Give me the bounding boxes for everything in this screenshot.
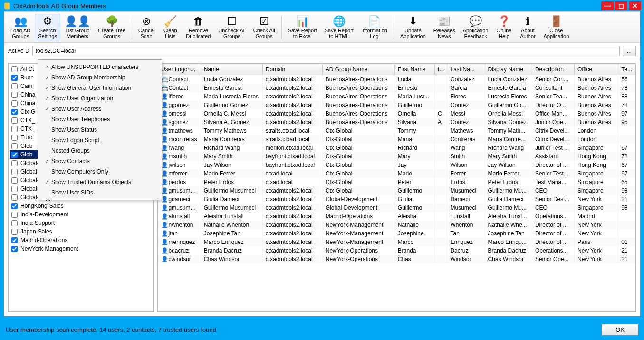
group-checkbox[interactable] <box>11 126 18 132</box>
menu-item[interactable]: Show User Telephones <box>38 114 162 125</box>
group-row[interactable]: Madrid-Operations <box>10 236 152 244</box>
group-row[interactable]: India-Support <box>10 219 152 227</box>
table-row[interactable]: 👤jwilsonJay Wilsonbayfront.ctxad.localCt… <box>158 161 635 169</box>
group-checkbox[interactable] <box>11 203 18 209</box>
table-row[interactable]: 👤mferrerMario Ferrerctxad.localCtx-Globa… <box>158 169 635 178</box>
group-checkbox[interactable] <box>11 117 18 124</box>
toolbar-load-ad-groups[interactable]: 👥Load AD Groups <box>7 14 34 40</box>
group-row[interactable]: HongKong-Sales <box>10 202 152 210</box>
table-row[interactable]: 👤mcontrerasMaria Contrerasstraits.ctxad.… <box>158 135 635 144</box>
toolbar-close-application[interactable]: 🚪Close Application <box>540 14 572 40</box>
menu-item[interactable]: Show User Status <box>38 125 162 135</box>
table-row[interactable]: 👤cwindsorChas Windsorctxadmtools2.localN… <box>158 255 635 263</box>
toolbar-list-group-members[interactable]: 👤👤List Group Members <box>61 14 94 40</box>
menu-item[interactable]: ✓Show General User Information <box>38 83 162 93</box>
group-checkbox[interactable] <box>11 169 18 175</box>
column-header[interactable]: Domain <box>262 64 322 75</box>
search-settings-menu[interactable]: ✓Allow UNSUPPORTED characters✓Show AD Gr… <box>38 59 162 200</box>
menu-item[interactable]: Show User SIDs <box>38 187 162 198</box>
toolbar-releases-news[interactable]: 📰Releases News <box>430 14 459 40</box>
group-checkbox[interactable] <box>11 109 18 115</box>
column-header[interactable]: AD Group Name <box>322 64 394 75</box>
column-header[interactable]: Name <box>201 64 262 75</box>
group-checkbox[interactable] <box>11 92 18 98</box>
group-checkbox[interactable] <box>11 135 18 141</box>
minimize-button[interactable]: — <box>601 1 614 10</box>
menu-item[interactable]: Show Logon Script <box>38 135 162 146</box>
group-row[interactable]: Japan-Sales <box>10 227 152 236</box>
column-header[interactable]: Display Name <box>485 64 532 75</box>
table-row[interactable]: 👤atunstallAleisha Tunstallctxadmtools2.l… <box>158 212 635 221</box>
table-row[interactable]: 👤nwhentonNathalie Whentonctxadmtools2.lo… <box>158 221 635 229</box>
toolbar-search-settings[interactable]: ⚙Search Settings <box>35 14 60 40</box>
table-row[interactable]: 👤gmusumeciGuillermo Musumecictxadmtools2… <box>158 204 635 212</box>
toolbar-save-report-to-html[interactable]: 🌐Save Report to HTML <box>321 14 357 40</box>
table-row[interactable]: 📇ContactLucia Gonzalezctxadmtools2.local… <box>158 75 635 84</box>
menu-item[interactable]: ✓Show AD Group Membership <box>38 72 162 83</box>
menu-item[interactable]: Nested Groups <box>38 146 162 156</box>
path-input[interactable] <box>32 46 620 56</box>
members-grid[interactable]: User Logon...NameDomainAD Group NameFirs… <box>157 63 636 312</box>
menu-item[interactable]: Show Computers Only <box>38 166 162 177</box>
toolbar-application-feedback[interactable]: 💬Application Feedback <box>460 14 492 40</box>
group-checkbox[interactable] <box>11 75 18 81</box>
column-header[interactable]: I... <box>435 64 447 75</box>
column-header[interactable]: User Logon... <box>158 64 201 75</box>
close-button[interactable]: ✕ <box>629 1 641 10</box>
group-checkbox[interactable] <box>11 143 18 149</box>
column-header[interactable]: Office <box>575 64 618 75</box>
group-checkbox[interactable] <box>11 177 18 184</box>
group-checkbox[interactable] <box>11 237 18 243</box>
column-header[interactable]: Te... <box>618 64 635 75</box>
table-row[interactable]: 👤menriquezMarco Enriquezctxadmtools2.loc… <box>158 238 635 246</box>
table-row[interactable]: 👤sgomezSilvana A. Gomezctxadmtools2.loca… <box>158 118 635 126</box>
column-header[interactable]: Description <box>532 64 574 75</box>
column-header[interactable]: First Name <box>394 64 434 75</box>
toolbar-information-log[interactable]: 📄Information Log <box>358 14 391 40</box>
toolbar-online-help[interactable]: ❓Online Help <box>492 14 515 40</box>
toolbar-clean-lists[interactable]: 🧹Clean Lists <box>159 14 182 40</box>
menu-item[interactable]: ✓Allow UNSUPPORTED characters <box>38 62 162 72</box>
group-checkbox[interactable] <box>11 66 18 72</box>
table-row[interactable]: 👤omessiOrnella C. Messictxadmtools2.loca… <box>158 109 635 118</box>
group-checkbox[interactable] <box>11 220 18 226</box>
menu-item[interactable]: ✓Show Trusted Domains Objects <box>38 177 162 187</box>
maximize-button[interactable]: ◻ <box>615 1 627 10</box>
group-row[interactable]: India-Development <box>10 210 152 219</box>
table-row[interactable]: 👤msmithMary Smithbayfront.ctxad.localCtx… <box>158 152 635 161</box>
group-row[interactable]: NewYork-Management <box>10 244 152 253</box>
toolbar-about-author[interactable]: ℹAbout Author <box>516 14 539 40</box>
browse-button[interactable]: ... <box>623 46 636 56</box>
menu-item[interactable]: ✓Show User Address <box>38 104 162 114</box>
menu-item[interactable]: ✓Show User Organization <box>38 93 162 104</box>
table-row[interactable]: 👤rwangRichard Wangmerlion.ctxad.localCtx… <box>158 144 635 152</box>
group-checkbox[interactable] <box>11 246 18 252</box>
table-row[interactable]: 👤perdosPeter Erdosctxad.localCtx-GlobalP… <box>158 178 635 186</box>
group-checkbox[interactable] <box>11 83 18 89</box>
toolbar-remove-duplicated[interactable]: 🗑Remove Duplicated <box>183 14 214 40</box>
group-checkbox[interactable] <box>11 229 18 235</box>
table-row[interactable]: 👤jtanJosephine Tanctxadmtools2.localNewY… <box>158 229 635 238</box>
toolbar-update-application[interactable]: ⬇Update Application <box>397 14 429 40</box>
toolbar-cancel-scan[interactable]: ⊗Cancel Scan <box>135 14 158 40</box>
toolbar-create-tree-groups[interactable]: 🌳Create Tree Groups <box>95 14 129 40</box>
table-row[interactable]: 📇ContactErnesto Garciactxadmtools2.local… <box>158 84 635 92</box>
table-row[interactable]: 👤tmathewsTommy Mathewsstraits.ctxad.loca… <box>158 126 635 135</box>
ok-button[interactable]: OK <box>602 324 638 336</box>
toolbar-uncheck-all-groups[interactable]: ☐Uncheck All Groups <box>215 14 249 40</box>
group-checkbox[interactable] <box>11 194 18 201</box>
toolbar-check-all-groups[interactable]: ☑Check All Groups <box>250 14 279 40</box>
menu-item[interactable]: ✓Show Contacts <box>38 156 162 166</box>
group-checkbox[interactable] <box>11 152 18 158</box>
group-checkbox[interactable] <box>11 186 18 192</box>
toolbar-save-report-to-excel[interactable]: 📊Save Report to Excel <box>285 14 320 40</box>
table-row[interactable]: 👤bdacruzBranda Dacruzctxadmtools2.localN… <box>158 246 635 255</box>
table-row[interactable]: 👤gdameciGiulia Damecictxadmtools2.localG… <box>158 195 635 204</box>
group-checkbox[interactable] <box>11 100 18 107</box>
column-header[interactable]: Last Na... <box>447 64 485 75</box>
group-checkbox[interactable] <box>11 160 18 166</box>
table-row[interactable]: 👤ggomezGuillermo Gomezctxadmtools2.local… <box>158 101 635 109</box>
group-checkbox[interactable] <box>11 212 18 218</box>
table-row[interactable]: 👤lfloresMaria Lucrecia Floresctxadmtools… <box>158 92 635 101</box>
table-row[interactable]: 👤gmusumeciGuillermo Musumecictxadmtools2… <box>158 186 635 195</box>
